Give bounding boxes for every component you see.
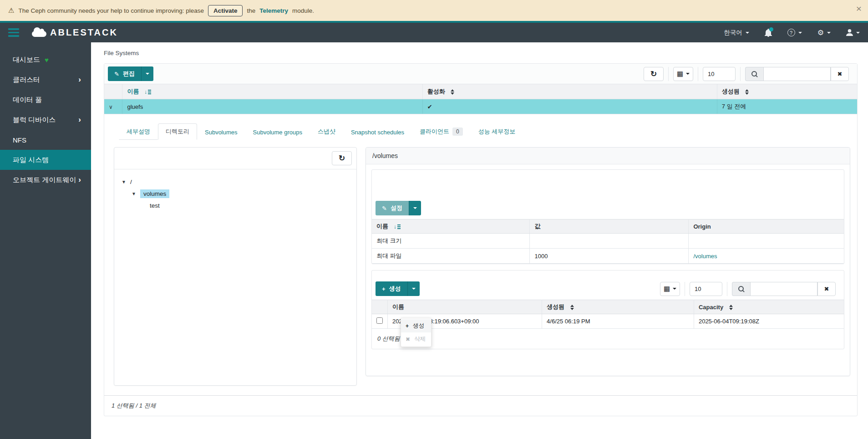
page-size-input[interactable] [703, 67, 736, 81]
tree-caret-icon[interactable]: ▼ [122, 179, 126, 184]
create-caret-button[interactable] [407, 281, 420, 296]
quota-panel: ✎ 설정 이름 [371, 169, 844, 264]
tree-node-volumes[interactable]: ▼ volumes [122, 189, 349, 198]
quota-column-origin[interactable]: Origin [689, 220, 844, 234]
tab-snapshot-schedules[interactable]: Snapshot schedules [343, 125, 412, 140]
menu-item-create[interactable]: + 생성 [401, 319, 431, 332]
column-header-created[interactable]: 생성됨 [717, 84, 857, 99]
settings-caret-button[interactable] [409, 201, 421, 215]
sidebar-item-cluster[interactable]: 클러스터 › [0, 70, 91, 90]
delete-x-icon: ✖ [406, 336, 410, 342]
sort-updown-icon [729, 305, 733, 310]
snap-column-name[interactable]: 이름 [388, 300, 542, 314]
snap-column-capacity[interactable]: Capacity [694, 300, 844, 314]
quota-row-max-size[interactable]: 최대 크기 [372, 234, 844, 249]
quota-row-max-files[interactable]: 최대 파일 1000 /volumes [372, 249, 844, 264]
language-selector[interactable]: 한국어 [724, 29, 749, 37]
close-icon: ✖ [838, 71, 843, 77]
sidebar-item-dashboard[interactable]: 대시보드 ♥ [0, 50, 91, 70]
snap-column-picker-button[interactable]: ▦ [660, 282, 680, 296]
tab-performance[interactable]: 성능 세부정보 [471, 123, 523, 140]
snapshot-row[interactable]: 2025-06-04T18:19:06.603+09:00 4/6/25 06:… [372, 314, 844, 329]
banner-close-icon[interactable]: × [856, 4, 862, 13]
search-icon [751, 71, 757, 77]
edit-caret-button[interactable] [141, 66, 153, 81]
row-expander-icon[interactable]: ∨ [109, 104, 113, 110]
snap-column-created[interactable]: 생성됨 [542, 300, 694, 314]
column-picker-button[interactable]: ▦ [673, 67, 693, 81]
tab-directories[interactable]: 디렉토리 [158, 123, 197, 140]
snap-search-input[interactable] [750, 282, 817, 296]
cell-created: 7 일 전에 [717, 99, 857, 114]
snap-page-size-input[interactable] [690, 282, 722, 296]
notifications-button[interactable] [765, 29, 772, 37]
quota-column-name[interactable]: 이름 ↓ [372, 220, 530, 234]
create-button-label: 생성 [389, 285, 401, 293]
chevron-down-icon [798, 32, 802, 34]
plus-icon: + [382, 286, 386, 292]
breadcrumb: File Systems [104, 50, 858, 56]
cell-quota-name: 최대 파일 [372, 249, 530, 264]
column-header-name[interactable]: 이름 ↓ [122, 84, 422, 99]
health-heart-icon: ♥ [45, 56, 49, 64]
file-systems-table: 이름 ↓ 활성화 생성됨 ∨ gluefs ✔ 7 [104, 84, 857, 114]
refresh-button[interactable]: ↻ [644, 67, 664, 81]
tab-subvolumes[interactable]: Subvolumes [197, 125, 245, 140]
row-checkbox[interactable] [376, 317, 383, 324]
sidebar-item-block-devices[interactable]: 블럭 디바이스 › [0, 110, 91, 130]
tree-node-test[interactable]: test [122, 202, 349, 209]
sidebar-item-object-gateway[interactable]: 오브젝트 게이트웨이 › [0, 170, 91, 190]
quota-column-value[interactable]: 값 [530, 220, 689, 234]
chevron-right-icon: › [78, 75, 81, 84]
table-row-gluefs[interactable]: ∨ gluefs ✔ 7 일 전에 [104, 99, 857, 114]
pencil-icon: ✎ [382, 205, 387, 212]
column-header-active[interactable]: 활성화 [422, 84, 717, 99]
help-icon: ? [787, 29, 795, 36]
sidebar-item-pools[interactable]: 데이터 풀 [0, 90, 91, 110]
tab-clients[interactable]: 클라이언트0 [412, 123, 471, 140]
quota-header-row: 이름 ↓ 값 Origin [372, 220, 844, 234]
edit-split-button[interactable]: ✎ 편집 [108, 66, 153, 81]
tab-snapshots[interactable]: 스냅샷 [310, 123, 343, 140]
brand-name: ABLESTACK [50, 27, 118, 38]
clear-search-button[interactable]: ✖ [831, 67, 849, 81]
table-header-row: 이름 ↓ 활성화 생성됨 [104, 84, 857, 99]
directory-tree: ▼ / ▼ volumes test [114, 169, 356, 222]
settings-split-button[interactable]: ✎ 설정 [376, 201, 421, 215]
create-split-button[interactable]: + 생성 [376, 281, 420, 296]
tree-refresh-button[interactable]: ↻ [332, 151, 352, 165]
sidebar-item-nfs[interactable]: NFS [0, 130, 91, 150]
tab-subvolume-groups[interactable]: Subvolume groups [245, 125, 310, 140]
detail-tabs: 세부설명 디렉토리 Subvolumes Subvolume groups 스냅… [119, 123, 857, 140]
sidebar-item-label: 오브젝트 게이트웨이 [13, 176, 76, 184]
pencil-icon: ✎ [114, 71, 119, 77]
clients-count-badge: 0 [452, 128, 463, 136]
activate-button[interactable]: Activate [208, 5, 243, 16]
help-menu[interactable]: ? [787, 29, 802, 36]
directory-detail-card: /volumes ✎ 설정 [365, 147, 850, 376]
select-all-header [372, 300, 388, 314]
hamburger-icon[interactable] [8, 28, 19, 37]
menu-item-label: 생성 [413, 322, 424, 330]
origin-link[interactable]: /volumes [693, 253, 717, 260]
sidebar-item-label: 클러스터 [13, 76, 40, 84]
tree-node-label-selected: volumes [140, 189, 169, 198]
snapshots-selection-summary: 0 선택됨 / 1 전체 [372, 329, 844, 349]
brand-logo[interactable]: ABLESTACK [32, 27, 118, 38]
menu-item-delete[interactable]: ✖ 삭제 [401, 332, 431, 346]
tree-node-label: / [130, 179, 132, 185]
settings-menu[interactable]: ⚙ [817, 28, 831, 37]
sidebar-item-label: 파일 시스템 [13, 156, 49, 164]
tab-details[interactable]: 세부설명 [119, 123, 158, 140]
snap-clear-search-button[interactable]: ✖ [817, 282, 836, 296]
tree-caret-icon[interactable]: ▼ [132, 191, 136, 196]
telemetry-link[interactable]: Telemetry [259, 7, 288, 14]
cloud-icon [32, 31, 46, 37]
settings-button-label: 설정 [391, 204, 402, 212]
search-input[interactable] [763, 67, 831, 81]
tree-node-root[interactable]: ▼ / [122, 179, 349, 185]
user-menu[interactable] [846, 29, 860, 36]
table-grid-icon: ▦ [677, 70, 683, 78]
sidebar-item-file-systems[interactable]: 파일 시스템 [0, 150, 91, 170]
fs-toolbar: ✎ 편집 ↻ ▦ [104, 64, 857, 84]
